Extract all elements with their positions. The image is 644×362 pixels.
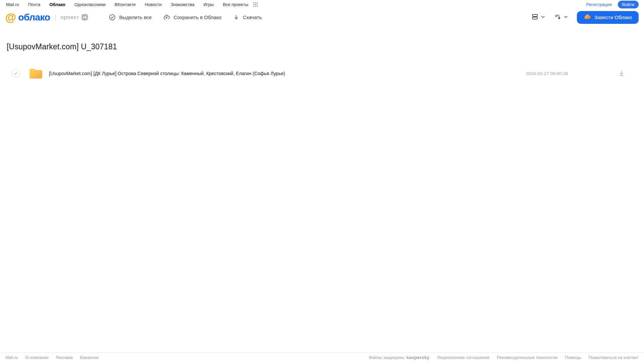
create-cloud-button[interactable]: Завести Облако	[577, 11, 639, 24]
logo-divider: |	[55, 13, 56, 21]
cloud-logo[interactable]: @ облако	[5, 12, 50, 23]
registration-link[interactable]: Регистрация	[586, 2, 612, 7]
save-to-cloud-button[interactable]: Сохранить в Облако	[163, 14, 221, 21]
download-button[interactable]: Скачать	[233, 14, 262, 21]
footer-right-links: Файлы защищены kaspersky Лицензионное со…	[369, 355, 639, 360]
vk-icon: vk	[82, 14, 88, 20]
files-protected-note: Файлы защищены kaspersky	[369, 355, 430, 360]
orange-cloud-icon	[584, 13, 591, 21]
chevron-down-icon	[541, 14, 545, 20]
check-icon	[13, 71, 18, 76]
footer-left-links: Mail.ru О компании Реклама Вакансии	[5, 355, 99, 360]
folder-icon	[29, 68, 43, 79]
footer-mailru-link[interactable]: Mail.ru	[5, 355, 18, 360]
row-download-button[interactable]	[618, 70, 625, 77]
footer-about-link[interactable]: О компании	[26, 355, 49, 360]
check-circle-icon	[109, 14, 116, 21]
kaspersky-logo[interactable]: kaspersky	[406, 355, 430, 360]
select-all-button[interactable]: Выделить все	[109, 14, 152, 21]
view-controls: Завести Облако	[531, 11, 639, 24]
footer-report-link[interactable]: Пожаловаться на контент	[589, 355, 639, 360]
nav-mailru[interactable]: Mail.ru	[6, 2, 19, 7]
download-label: Скачать	[243, 14, 262, 20]
row-checkbox[interactable]	[11, 69, 20, 78]
footer-jobs-link[interactable]: Вакансии	[80, 355, 99, 360]
project-text: проект	[60, 14, 79, 21]
page-title: [UsupovMarket.com] U_307181	[7, 42, 637, 51]
login-button[interactable]: Войти	[618, 1, 639, 8]
nav-news[interactable]: Новости	[145, 2, 161, 7]
nav-dating[interactable]: Знакомства	[170, 2, 194, 7]
file-date: 2024-02-27 09:00:28	[526, 71, 568, 76]
nav-games[interactable]: Игры	[203, 2, 214, 7]
chevron-down-icon	[563, 14, 568, 20]
mailru-at-icon: @	[5, 12, 16, 23]
download-arrow-icon	[233, 14, 240, 21]
nav-cloud[interactable]: Облако	[49, 2, 65, 7]
select-all-label: Выделить все	[119, 14, 152, 20]
nav-all-projects[interactable]: Все проекты	[223, 2, 248, 7]
list-view-icon	[531, 13, 539, 22]
sort-selector[interactable]	[554, 13, 568, 22]
view-mode-selector[interactable]	[531, 13, 545, 22]
download-to-line-icon	[618, 70, 625, 77]
nav-vkontakte[interactable]: ВКонтакте	[115, 2, 136, 7]
cloud-upload-icon	[163, 14, 170, 21]
project-vk-label: проект vk	[60, 14, 88, 21]
nav-mail[interactable]: Почта	[28, 2, 40, 7]
top-utility-bar: Mail.ru Почта Облако Одноклассники ВКонт…	[0, 0, 644, 9]
protected-label: Файлы защищены	[369, 355, 404, 360]
footer-ads-link[interactable]: Реклама	[56, 355, 72, 360]
header: @ облако | проект vk Выделить все	[0, 9, 644, 25]
nav-odnoklassniki[interactable]: Одноклассники	[75, 2, 106, 7]
footer-help-link[interactable]: Помощь	[565, 355, 581, 360]
main-content: [UsupovMarket.com] U_307181 [UsupovMarke…	[0, 42, 644, 81]
save-to-cloud-label: Сохранить в Облако	[174, 14, 221, 20]
footer-recommendations-link[interactable]: Рекомендательные технологии	[497, 355, 557, 360]
file-name-link[interactable]: [UsupovMarket.com] [ДК Лурье] Острова Се…	[49, 71, 285, 76]
sort-icon	[554, 13, 561, 22]
file-toolbar: Выделить все Сохранить в Облако Скачать	[109, 14, 262, 21]
apps-grid-icon[interactable]	[253, 2, 258, 7]
create-cloud-label: Завести Облако	[594, 14, 632, 20]
footer: Mail.ru О компании Реклама Вакансии Файл…	[0, 353, 644, 362]
file-row[interactable]: [UsupovMarket.com] [ДК Лурье] Острова Се…	[7, 66, 637, 81]
portal-nav: Mail.ru Почта Облако Одноклассники ВКонт…	[5, 2, 258, 7]
logo-text: облако	[18, 13, 50, 22]
footer-license-link[interactable]: Лицензионное соглашение	[437, 355, 490, 360]
